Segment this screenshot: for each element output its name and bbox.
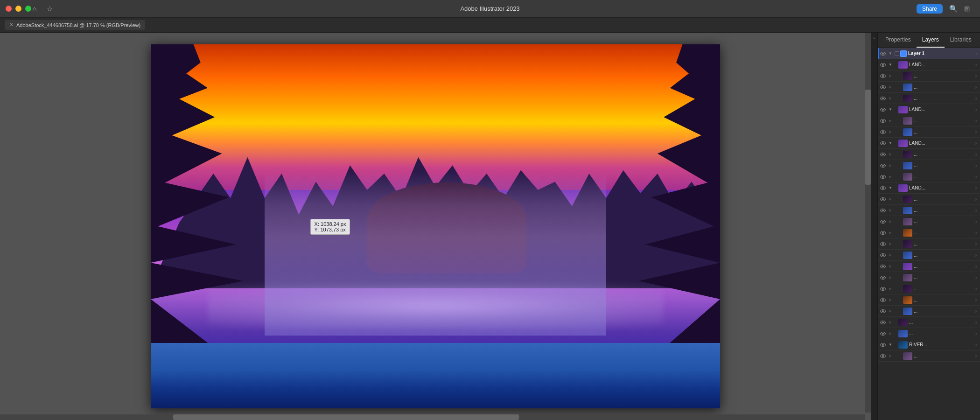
layer-lock-24[interactable]: ○ [973, 320, 979, 325]
layer-lock-9[interactable]: ○ [973, 152, 979, 157]
expand-icon-2[interactable]: ▶ [887, 74, 894, 78]
tab-close-icon[interactable]: ✕ [9, 22, 14, 28]
expand-icon-6[interactable]: ▶ [887, 119, 894, 123]
layer-item-17[interactable]: ▶...○ [878, 238, 980, 250]
expand-icon-17[interactable]: ▶ [887, 242, 894, 246]
layer-item-10[interactable]: ▶...○ [878, 160, 980, 171]
layer-lock-25[interactable]: ○ [973, 331, 979, 336]
expand-icon-14[interactable]: ▶ [887, 208, 894, 212]
layer-vis-5[interactable] [879, 108, 887, 112]
layer-vis-24[interactable] [879, 321, 887, 324]
layer-vis-17[interactable] [879, 242, 887, 246]
layer-item-21[interactable]: ▶...○ [878, 283, 980, 294]
close-button[interactable] [6, 6, 12, 12]
layer-vis-23[interactable] [879, 309, 887, 313]
expand-icon-8[interactable]: ▼ [887, 141, 894, 145]
expand-icon-11[interactable]: ▶ [887, 175, 894, 179]
layer-lock-1[interactable]: ○ [973, 63, 979, 67]
layer-lock-13[interactable]: ○ [973, 197, 979, 202]
minimize-button[interactable] [15, 6, 21, 12]
layer-vis-22[interactable] [879, 298, 887, 302]
layer-item-27[interactable]: ▶...○ [878, 350, 980, 362]
layer-lock-20[interactable]: ○ [973, 275, 979, 280]
lock-icon[interactable]: ○ [973, 51, 979, 56]
collapse-arrow-icon[interactable]: › [872, 37, 877, 39]
tab-libraries[interactable]: Libraries [945, 33, 977, 48]
layer-lock-26[interactable]: ○ [973, 343, 979, 347]
layer-item-23[interactable]: ▶...○ [878, 306, 980, 317]
layer-vis-9[interactable] [879, 153, 887, 156]
layer-vis-20[interactable] [879, 276, 887, 280]
expand-icon-15[interactable]: ▶ [887, 219, 894, 224]
expand-icon-16[interactable]: ▶ [887, 231, 894, 235]
expand-icon-7[interactable]: ▶ [887, 130, 894, 134]
layer-vis-7[interactable] [879, 130, 887, 134]
layer-item-6[interactable]: ▶...○ [878, 115, 980, 126]
layer-lock-17[interactable]: ○ [973, 242, 979, 246]
layer-vis-26[interactable] [879, 343, 887, 347]
layer-item-9[interactable]: ▶...○ [878, 149, 980, 160]
layer-visibility-toggle[interactable] [879, 52, 887, 56]
layer-vis-2[interactable] [879, 74, 887, 78]
layer-vis-11[interactable] [879, 175, 887, 179]
layer-vis-1[interactable] [879, 63, 887, 67]
expand-icon-18[interactable]: ▶ [887, 253, 894, 257]
expand-icon-20[interactable]: ▶ [887, 275, 894, 280]
layer-vis-6[interactable] [879, 119, 887, 123]
expand-icon-4[interactable]: ▶ [887, 96, 894, 100]
layer-vis-10[interactable] [879, 164, 887, 168]
layer-lock-21[interactable]: ○ [973, 287, 979, 291]
layer-vis-15[interactable] [879, 220, 887, 224]
star-icon[interactable]: ☆ [45, 5, 54, 13]
home-icon[interactable]: ⌂ [30, 5, 39, 13]
layer-item-12[interactable]: ▼LAND...○ [878, 182, 980, 194]
document-tab[interactable]: ✕ AdobeStock_444686758.ai @ 17.78 % (RGB… [5, 20, 145, 30]
expand-icon-9[interactable]: ▶ [887, 152, 894, 156]
layer-lock-10[interactable]: ○ [973, 163, 979, 168]
layer-vis-14[interactable] [879, 209, 887, 212]
layer-item-1[interactable]: ▼LAND...○ [878, 59, 980, 70]
layer-lock-11[interactable]: ○ [973, 175, 979, 179]
layer-vis-25[interactable] [879, 332, 887, 336]
layer-item-24[interactable]: ▶...○ [878, 317, 980, 328]
layer-lock-3[interactable]: ○ [973, 85, 979, 90]
layer-vis-21[interactable] [879, 287, 887, 291]
expand-icon-1[interactable]: ▼ [887, 63, 894, 67]
layer-1-row[interactable]: ▼ Layer 1 ○ [878, 48, 980, 59]
layer-vis-27[interactable] [879, 354, 887, 358]
layer-vis-18[interactable] [879, 253, 887, 257]
layer-lock-6[interactable]: ○ [973, 119, 979, 123]
layer-lock-18[interactable]: ○ [973, 253, 979, 258]
layer-item-13[interactable]: ▶...○ [878, 194, 980, 205]
tab-properties[interactable]: Properties [880, 33, 917, 48]
layer-lock-14[interactable]: ○ [973, 208, 979, 213]
search-icon[interactable]: 🔍 [949, 5, 958, 13]
tab-layers[interactable]: Layers [917, 33, 945, 48]
expand-icon-12[interactable]: ▼ [887, 186, 894, 190]
grid-icon[interactable]: ⊞ [964, 5, 973, 13]
expand-icon-27[interactable]: ▶ [887, 354, 894, 358]
layer-lock-19[interactable]: ○ [973, 264, 979, 269]
layer-lock-8[interactable]: ○ [973, 141, 979, 146]
expand-icon-23[interactable]: ▶ [887, 309, 894, 313]
layer-item-2[interactable]: ▶...○ [878, 70, 980, 82]
layer-item-22[interactable]: ▶...○ [878, 294, 980, 306]
layer-expand-icon[interactable]: ▼ [887, 51, 894, 56]
layer-lock-15[interactable]: ○ [973, 219, 979, 224]
layer-vis-19[interactable] [879, 265, 887, 268]
expand-icon-13[interactable]: ▶ [887, 197, 894, 201]
layer-vis-8[interactable] [879, 141, 887, 145]
layer-item-19[interactable]: ▶...○ [878, 261, 980, 272]
expand-icon-22[interactable]: ▶ [887, 298, 894, 302]
expand-icon-21[interactable]: ▶ [887, 287, 894, 291]
layer-item-25[interactable]: ▶...○ [878, 328, 980, 339]
layer-lock-2[interactable]: ○ [973, 74, 979, 78]
layer-lock-5[interactable]: ○ [973, 107, 979, 112]
layer-item-5[interactable]: ▼LAND...○ [878, 104, 980, 115]
layer-check[interactable] [894, 51, 900, 56]
layer-vis-3[interactable] [879, 85, 887, 89]
expand-icon-26[interactable]: ▼ [887, 343, 894, 347]
canvas-area[interactable]: X: 1038.24 px Y: 1073.73 px [0, 33, 871, 420]
horizontal-scrollbar-thumb[interactable] [173, 414, 519, 420]
layer-lock-12[interactable]: ○ [973, 186, 979, 190]
